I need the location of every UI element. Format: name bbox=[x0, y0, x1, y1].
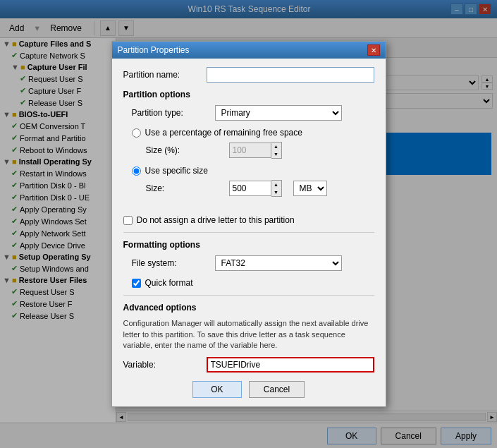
formatting-section: File system: FAT32 NTFS Quick format bbox=[123, 255, 374, 288]
partition-name-label: Partition name: bbox=[123, 70, 201, 80]
dialog-overlay: Partition Properties ✕ Partition name: P… bbox=[0, 0, 497, 448]
radio-percentage-row: Use a percentage of remaining free space bbox=[132, 128, 374, 138]
partition-type-select[interactable]: Primary Extended Logical bbox=[215, 105, 342, 121]
formatting-options-label: Formatting options bbox=[123, 240, 374, 250]
dialog-separator-2 bbox=[123, 295, 374, 296]
size-spinner-down[interactable]: ▼ bbox=[271, 188, 281, 196]
file-system-label: File system: bbox=[132, 258, 209, 268]
no-drive-letter-row: Do not assign a drive letter to this par… bbox=[123, 215, 374, 225]
partition-properties-dialog: Partition Properties ✕ Partition name: P… bbox=[111, 41, 386, 406]
size-percent-row: Size (%): ▲ ▼ bbox=[132, 142, 374, 159]
file-system-row: File system: FAT32 NTFS bbox=[132, 255, 374, 271]
partition-name-row: Partition name: bbox=[123, 67, 374, 83]
size-spinner-up[interactable]: ▲ bbox=[271, 181, 281, 188]
no-drive-letter-label: Do not assign a drive letter to this par… bbox=[137, 215, 295, 225]
partition-type-label: Partition type: bbox=[132, 108, 209, 118]
dialog-separator-1 bbox=[123, 232, 374, 233]
quick-format-checkbox[interactable] bbox=[132, 279, 141, 288]
variable-input[interactable] bbox=[207, 357, 374, 373]
spinner-up[interactable]: ▲ bbox=[271, 143, 281, 150]
size-percent-input[interactable] bbox=[229, 143, 271, 158]
dialog-title-bar: Partition Properties ✕ bbox=[112, 42, 386, 59]
size-unit-select[interactable]: MB GB bbox=[293, 181, 327, 196]
dialog-body: Partition name: Partition options Partit… bbox=[112, 59, 386, 406]
advanced-options-label: Advanced options bbox=[123, 303, 374, 313]
size-spinner: ▲ ▼ bbox=[229, 180, 282, 197]
variable-row: Variable: bbox=[123, 357, 374, 373]
quick-format-row: Quick format bbox=[132, 278, 374, 288]
size-spinner-buttons: ▲ ▼ bbox=[271, 180, 282, 197]
spinner-down[interactable]: ▼ bbox=[271, 150, 281, 158]
size-label: Size: bbox=[146, 183, 223, 193]
file-system-select[interactable]: FAT32 NTFS bbox=[215, 255, 342, 271]
advanced-description: Configuration Manager will automatically… bbox=[123, 318, 374, 351]
partition-options-label: Partition options bbox=[123, 90, 374, 99]
size-input[interactable] bbox=[229, 181, 271, 196]
variable-label: Variable: bbox=[123, 360, 201, 370]
quick-format-label: Quick format bbox=[145, 278, 193, 288]
radio-specific-label: Use specific size bbox=[145, 166, 208, 176]
size-percent-spinner: ▲ ▼ bbox=[229, 142, 282, 159]
dialog-close-button[interactable]: ✕ bbox=[367, 44, 380, 56]
dialog-title: Partition Properties bbox=[118, 45, 190, 55]
size-row: Size: ▲ ▼ MB GB bbox=[132, 180, 374, 197]
partition-type-row: Partition type: Primary Extended Logical bbox=[132, 105, 374, 121]
dialog-ok-button[interactable]: OK bbox=[192, 381, 242, 398]
partition-name-input[interactable] bbox=[207, 67, 374, 83]
partition-options-section: Partition type: Primary Extended Logical… bbox=[123, 105, 374, 197]
radio-specific[interactable] bbox=[132, 167, 141, 176]
dialog-cancel-button[interactable]: Cancel bbox=[249, 381, 305, 398]
radio-specific-row: Use specific size bbox=[132, 166, 374, 176]
spinner-buttons: ▲ ▼ bbox=[271, 142, 282, 159]
dialog-buttons: OK Cancel bbox=[123, 381, 374, 398]
size-percent-label: Size (%): bbox=[146, 145, 223, 155]
no-drive-letter-checkbox[interactable] bbox=[123, 216, 133, 225]
radio-percentage[interactable] bbox=[132, 128, 141, 138]
radio-percentage-label: Use a percentage of remaining free space bbox=[145, 128, 302, 138]
